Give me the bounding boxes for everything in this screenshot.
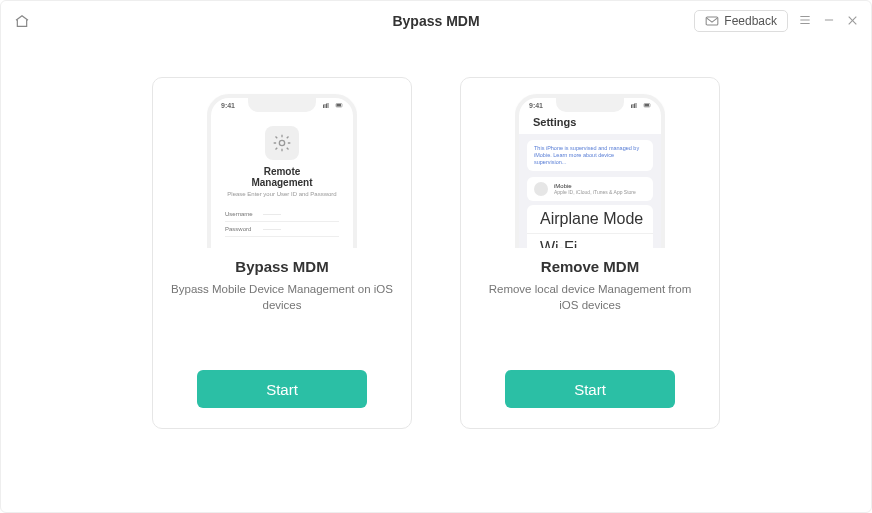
phone-subtext: Please Enter your User ID and Password [211, 191, 353, 197]
phone-status-icons [323, 102, 343, 110]
svg-rect-17 [636, 103, 637, 108]
wifi-row: Wi-Fi [527, 234, 653, 248]
svg-rect-19 [645, 104, 650, 107]
main-content: 9:41 Remote Management Please Enter your… [1, 41, 871, 429]
airplane-row: Airplane Mode [527, 205, 653, 234]
svg-rect-15 [633, 104, 634, 108]
menu-icon[interactable] [798, 13, 812, 29]
supervision-banner: This iPhone is supervised and managed by… [527, 140, 653, 171]
svg-rect-16 [634, 104, 635, 109]
svg-point-13 [279, 140, 284, 145]
start-remove-button[interactable]: Start [505, 370, 675, 408]
window-controls [798, 13, 859, 29]
profile-row: iMobie Apple ID, iCloud, iTunes & App St… [527, 177, 653, 201]
phone-status-icons [631, 102, 651, 110]
minimize-icon[interactable] [822, 13, 836, 29]
close-icon[interactable] [846, 14, 859, 29]
titlebar-right: Feedback [694, 10, 859, 32]
feedback-button[interactable]: Feedback [694, 10, 788, 32]
phone-time: 9:41 [529, 102, 543, 109]
phone-illustration-remove: 9:41 Settings This iPhone is supervised … [515, 88, 665, 248]
phone-password-field: Password——— [225, 222, 339, 237]
card-title: Bypass MDM [235, 258, 328, 275]
phone-username-field: Username——— [225, 207, 339, 222]
gear-icon [265, 126, 299, 160]
card-title: Remove MDM [541, 258, 639, 275]
titlebar: Bypass MDM Feedback [1, 1, 871, 41]
svg-rect-8 [325, 104, 326, 108]
card-remove-mdm: 9:41 Settings This iPhone is supervised … [460, 77, 720, 429]
phone-time: 9:41 [221, 102, 235, 109]
svg-rect-12 [337, 104, 342, 107]
start-bypass-button[interactable]: Start [197, 370, 367, 408]
home-icon[interactable] [13, 12, 31, 30]
svg-rect-7 [323, 105, 324, 109]
svg-rect-9 [326, 104, 327, 109]
phone-illustration-bypass: 9:41 Remote Management Please Enter your… [207, 88, 357, 248]
mail-icon [705, 15, 719, 27]
svg-rect-14 [631, 105, 632, 109]
phone-heading: Remote Management [211, 166, 353, 188]
svg-rect-10 [328, 103, 329, 108]
card-description: Bypass Mobile Device Management on iOS d… [171, 281, 393, 313]
svg-rect-0 [706, 17, 718, 25]
settings-heading: Settings [533, 116, 576, 128]
card-description: Remove local device Management from iOS … [479, 281, 701, 313]
page-title: Bypass MDM [392, 13, 479, 29]
card-bypass-mdm: 9:41 Remote Management Please Enter your… [152, 77, 412, 429]
feedback-label: Feedback [724, 14, 777, 28]
